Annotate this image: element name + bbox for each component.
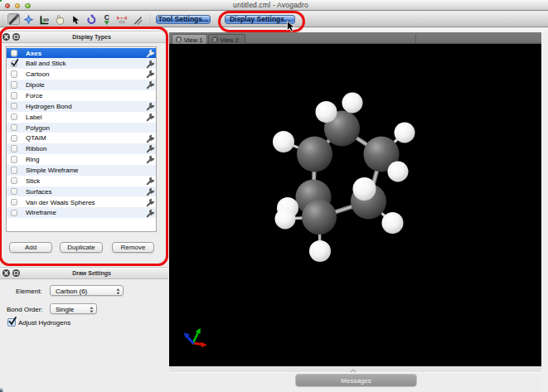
svg-text:C: C (104, 13, 109, 22)
svg-text:90: 90 (43, 17, 49, 22)
